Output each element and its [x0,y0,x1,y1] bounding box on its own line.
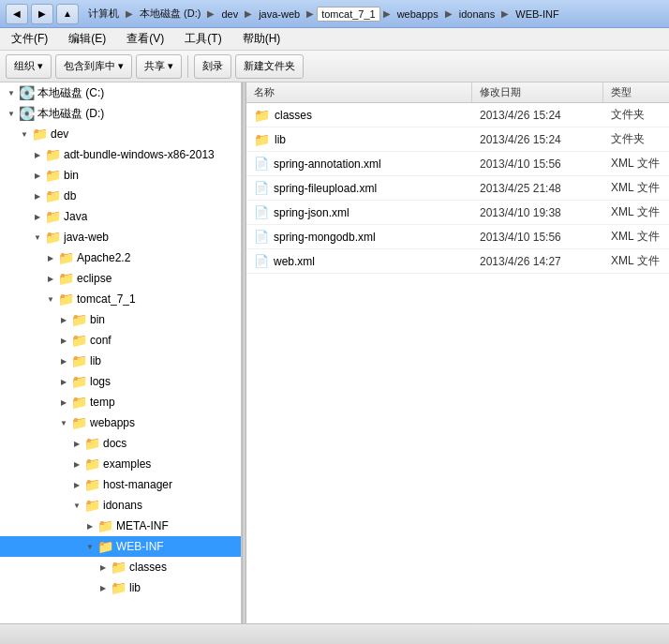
tree-item-lib-t[interactable]: ▶📁lib [0,351,241,371]
expand-icon-local-c[interactable]: ▼ [4,89,19,97]
menu-help[interactable]: 帮助(H) [237,29,287,49]
tree-item-examples[interactable]: ▶📁examples [0,454,241,474]
tree-item-java[interactable]: ▶📁Java [0,206,241,227]
expand-icon-tomcat_7_1[interactable]: ▼ [43,295,58,304]
tree-item-bin-t[interactable]: ▶📁bin [0,309,241,330]
burn-button[interactable]: 刻录 [194,54,231,79]
menu-tools[interactable]: 工具(T) [179,29,227,49]
file-panel: 名称 修改日期 类型 📁classes2013/4/26 15:24文件夹📁li… [246,82,669,623]
expand-icon-lib-w[interactable]: ▶ [96,584,111,592]
back-button[interactable]: ◀ [6,4,28,24]
tree-label-docs: docs [103,437,126,450]
tree-item-java-web[interactable]: ▼📁java-web [0,227,241,247]
tree-item-logs[interactable]: ▶📁logs [0,371,241,392]
col-header-type[interactable]: 类型 [603,82,669,102]
tree-item-conf[interactable]: ▶📁conf [0,330,241,351]
path-drive-d[interactable]: 本地磁盘 (D:) [136,6,204,22]
expand-icon-webapps[interactable]: ▼ [56,419,71,427]
tree-label-java: Java [64,210,87,223]
tree-item-lib-w[interactable]: ▶📁lib [0,577,241,598]
tree-item-host-manager[interactable]: ▶📁host-manager [0,474,241,495]
folder-icon-conf: 📁 [71,333,87,348]
folder-icon-web-inf: 📁 [97,539,113,554]
new-folder-button[interactable]: 新建文件夹 [235,54,304,79]
expand-icon-logs[interactable]: ▶ [56,378,71,386]
expand-icon-classes[interactable]: ▶ [96,563,111,572]
expand-icon-eclipse[interactable]: ▶ [43,275,58,283]
tree-label-bin-d: bin [64,169,79,182]
forward-button[interactable]: ▶ [31,4,53,24]
tree-item-classes[interactable]: ▶📁classes [0,557,241,577]
path-idonans[interactable]: idonans [455,7,499,21]
menu-view[interactable]: 查看(V) [121,29,170,49]
tree-item-docs[interactable]: ▶📁docs [0,433,241,454]
expand-icon-dev[interactable]: ▼ [17,130,32,139]
xml-icon: 📄 [254,230,269,244]
file-name-6: 📄web.xml [246,254,472,268]
include-library-button[interactable]: 包含到库中 ▾ [55,54,132,79]
file-row[interactable]: 📄spring-json.xml2013/4/10 19:38XML 文件 [246,201,669,225]
tree-item-meta-inf[interactable]: ▶📁META-INF [0,516,241,536]
tree-item-temp[interactable]: ▶📁temp [0,392,241,412]
file-row[interactable]: 📁classes2013/4/26 15:24文件夹 [246,103,669,127]
tree-item-dev[interactable]: ▼📁dev [0,124,241,144]
organize-button[interactable]: 组织 ▾ [6,54,52,79]
tree-item-idonans[interactable]: ▼📁idonans [0,495,241,516]
address-bar[interactable]: 计算机 ▶ 本地磁盘 (D:) ▶ dev ▶ java-web ▶ tomca… [84,6,663,22]
tree-label-web-inf: WEB-INF [116,540,164,553]
expand-icon-java[interactable]: ▶ [30,213,45,221]
menu-file[interactable]: 文件(F) [6,29,53,49]
expand-icon-apache2[interactable]: ▶ [43,254,58,262]
tree-item-bin-d[interactable]: ▶📁bin [0,165,241,186]
menu-edit[interactable]: 编辑(E) [63,29,112,49]
up-button[interactable]: ▲ [56,4,79,24]
file-row[interactable]: 📄spring-fileupload.xml2013/4/25 21:48XML… [246,176,669,201]
expand-icon-conf[interactable]: ▶ [56,337,71,345]
tree-item-web-inf[interactable]: ▼📁WEB-INF [0,536,241,557]
expand-icon-meta-inf[interactable]: ▶ [82,522,97,531]
file-row[interactable]: 📄spring-mongodb.xml2013/4/10 15:56XML 文件 [246,225,669,249]
file-row[interactable]: 📄web.xml2013/4/26 14:27XML 文件 [246,249,669,274]
expand-icon-temp[interactable]: ▶ [56,398,71,407]
path-tomcat[interactable]: tomcat_7_1 [317,7,379,22]
tree-label-idonans: idonans [103,499,142,512]
expand-icon-bin-d[interactable]: ▶ [30,172,45,180]
file-type-4: XML 文件 [603,204,669,220]
xml-icon: 📄 [254,181,269,195]
nav-buttons[interactable]: ◀ ▶ ▲ [6,4,79,24]
expand-icon-adt-bundle[interactable]: ▶ [30,151,45,159]
expand-icon-db[interactable]: ▶ [30,192,45,201]
expand-icon-lib-t[interactable]: ▶ [56,357,71,366]
expand-icon-bin-t[interactable]: ▶ [56,316,71,324]
tree-item-apache2[interactable]: ▶📁Apache2.2 [0,247,241,268]
expand-icon-java-web[interactable]: ▼ [30,233,45,242]
expand-icon-local-d[interactable]: ▼ [4,110,19,118]
expand-icon-host-manager[interactable]: ▶ [69,481,84,489]
file-date-1: 2013/4/26 15:24 [472,133,603,146]
tree-item-local-d[interactable]: ▼💽本地磁盘 (D:) [0,103,241,124]
tree-label-local-c: 本地磁盘 (C:) [37,85,104,101]
tree-item-local-c[interactable]: ▼💽本地磁盘 (C:) [0,82,241,103]
path-dev[interactable]: dev [217,7,242,21]
path-webinf[interactable]: WEB-INF [512,7,562,21]
tree-item-eclipse[interactable]: ▶📁eclipse [0,268,241,289]
file-row[interactable]: 📄spring-annotation.xml2013/4/10 15:56XML… [246,152,669,176]
sep3: ▶ [245,8,252,19]
path-computer[interactable]: 计算机 [84,6,123,22]
share-button[interactable]: 共享 ▾ [136,54,182,79]
file-name-5: 📄spring-mongodb.xml [246,230,472,244]
tree-item-db[interactable]: ▶📁db [0,186,241,206]
col-header-date[interactable]: 修改日期 [472,82,603,102]
expand-icon-idonans[interactable]: ▼ [69,502,84,510]
tree-item-webapps[interactable]: ▼📁webapps [0,412,241,433]
file-row[interactable]: 📁lib2013/4/26 15:24文件夹 [246,127,669,152]
path-webapps[interactable]: webapps [394,7,442,21]
tree-panel[interactable]: ▼💽本地磁盘 (C:)▼💽本地磁盘 (D:)▼📁dev▶📁adt-bundle-… [0,82,242,623]
col-header-name[interactable]: 名称 [246,82,472,102]
expand-icon-web-inf[interactable]: ▼ [82,543,97,551]
expand-icon-docs[interactable]: ▶ [69,440,84,448]
tree-item-tomcat_7_1[interactable]: ▼📁tomcat_7_1 [0,289,241,309]
expand-icon-examples[interactable]: ▶ [69,460,84,469]
path-java-web[interactable]: java-web [255,7,304,21]
tree-item-adt-bundle[interactable]: ▶📁adt-bundle-windows-x86-2013 [0,144,241,165]
